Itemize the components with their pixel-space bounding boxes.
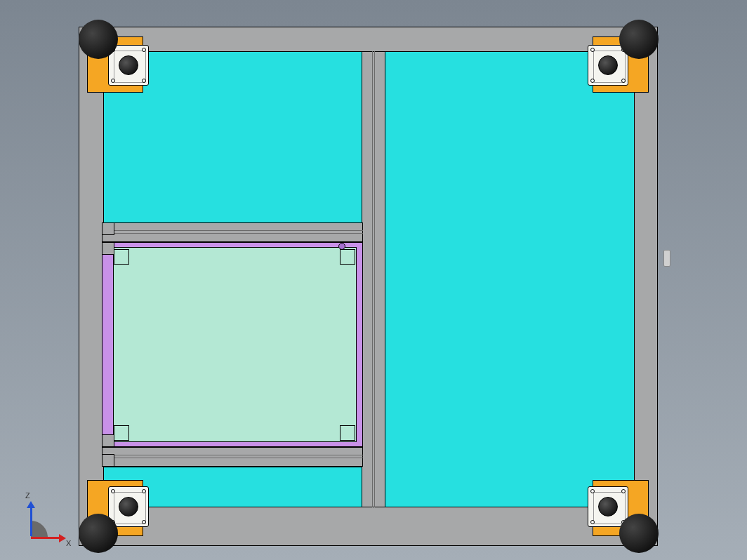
- axis-x-line: [31, 537, 60, 539]
- mount-square-br: [340, 425, 355, 441]
- foot-sphere-top-right: [619, 20, 659, 59]
- bolt-hole: [111, 79, 115, 83]
- bolt-hole: [621, 489, 626, 493]
- mount-square-tr: [340, 249, 355, 265]
- foot-sphere-bottom-left: [79, 514, 118, 553]
- axis-y-indicator: [31, 521, 48, 538]
- foot-sphere-bottom-right: [619, 514, 659, 553]
- motor-plate-top-right: [588, 45, 628, 86]
- mount-square-tl: [114, 249, 129, 265]
- bolt-hole: [142, 48, 146, 52]
- axis-triad[interactable]: X Z: [11, 493, 67, 549]
- bolt-hole: [142, 520, 146, 524]
- bolt-hole: [111, 489, 115, 493]
- horizontal-beam-lower-slot: [102, 455, 363, 458]
- side-notch: [102, 454, 114, 467]
- mount-square-bl: [114, 425, 129, 441]
- motor-shaft: [119, 55, 138, 75]
- axis-x-label: X: [66, 539, 71, 547]
- axis-z-arrow-icon: [27, 501, 35, 508]
- bolt-hole: [621, 79, 626, 83]
- foot-sphere-top-left: [79, 20, 118, 59]
- light-green-plate: [113, 247, 357, 442]
- bolt-hole: [590, 520, 595, 524]
- axis-z-label: Z: [25, 491, 30, 500]
- bolt-hole: [142, 79, 146, 83]
- axis-x-arrow-icon: [59, 534, 66, 542]
- edge-connector: [663, 250, 670, 267]
- side-notch: [102, 434, 114, 447]
- motor-plate-top-left: [108, 45, 149, 86]
- motor-plate-bottom-left: [108, 486, 149, 527]
- bolt-hole: [142, 489, 146, 493]
- cad-model-view[interactable]: [79, 20, 658, 553]
- horizontal-beam-upper-slot: [102, 230, 363, 234]
- motor-shaft: [598, 497, 618, 516]
- cyan-panel-right: [384, 51, 635, 507]
- vertical-divider-slot: [372, 51, 375, 507]
- motor-shaft: [598, 55, 618, 75]
- bolt-hole: [590, 79, 595, 83]
- side-notch: [102, 242, 114, 255]
- motor-plate-bottom-right: [588, 486, 628, 527]
- side-notch: [102, 222, 114, 235]
- bolt-hole: [590, 48, 595, 52]
- bolt-hole: [590, 489, 595, 493]
- motor-shaft: [119, 497, 138, 516]
- axis-z-line: [30, 507, 32, 536]
